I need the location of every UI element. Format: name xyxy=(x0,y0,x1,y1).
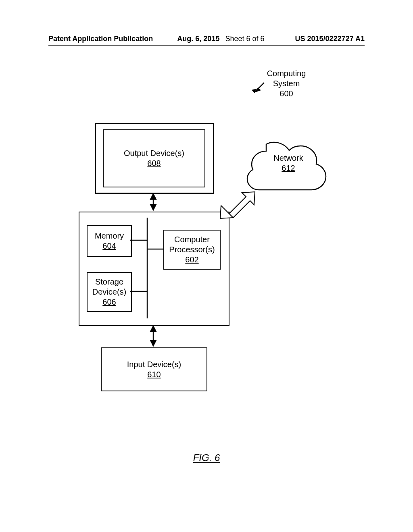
figure-caption: FIG. 6 xyxy=(0,452,413,463)
output-device-label: Output Device(s) xyxy=(124,148,184,158)
network-ref: 612 xyxy=(262,163,315,173)
memory-label: Memory xyxy=(95,231,124,241)
storage-line1: Storage xyxy=(95,277,123,287)
input-device-ref: 610 xyxy=(147,370,161,380)
computing-system-ref: 600 xyxy=(258,89,315,99)
storage-line2: Device(s) xyxy=(92,287,126,297)
computing-system-line1: Computing xyxy=(258,69,315,79)
computing-system-label: Computing System 600 xyxy=(258,69,315,99)
processor-ref: 602 xyxy=(185,255,198,265)
processor-box: Computer Processor(s) 602 xyxy=(163,230,221,270)
output-device-box: Output Device(s) 608 xyxy=(103,129,205,187)
storage-ref: 606 xyxy=(102,297,116,307)
network-label-container: Network 612 xyxy=(262,153,315,173)
storage-box: Storage Device(s) 606 xyxy=(87,272,132,312)
output-device-ref: 608 xyxy=(147,158,161,168)
svg-marker-2 xyxy=(252,89,257,93)
input-device-box: Input Device(s) 610 xyxy=(101,347,207,391)
memory-ref: 604 xyxy=(102,241,116,251)
processor-line2: Processor(s) xyxy=(169,245,215,255)
processor-line1: Computer xyxy=(174,235,210,245)
memory-box: Memory 604 xyxy=(87,225,132,257)
computing-system-line2: System xyxy=(258,79,315,89)
input-device-label: Input Device(s) xyxy=(127,360,181,370)
network-label: Network xyxy=(262,153,315,163)
